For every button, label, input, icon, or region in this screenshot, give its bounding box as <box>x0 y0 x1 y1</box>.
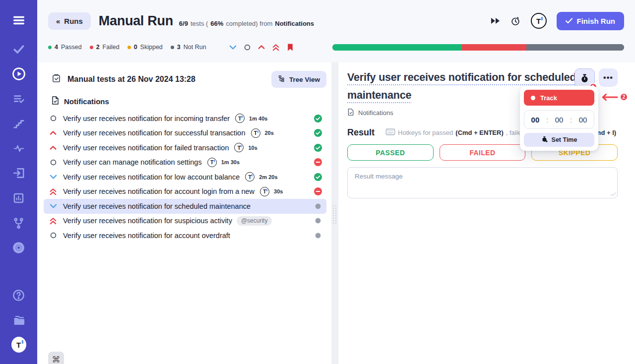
fast-forward-icon[interactable] <box>491 17 500 24</box>
milestones-icon[interactable] <box>11 116 26 131</box>
failed-button[interactable]: FAILED <box>440 144 526 161</box>
set-time-button[interactable]: Set Time <box>524 133 594 147</box>
time-tracking-popup: Track 00 : 00 : 00 Set Time <box>520 86 598 151</box>
file-check-icon <box>347 108 354 118</box>
signin-icon[interactable] <box>11 166 26 181</box>
command-key-icon[interactable]: ⌘ <box>48 352 64 364</box>
test-tag: @security <box>237 216 272 226</box>
test-row[interactable]: Verify user receives notification for ac… <box>44 228 326 243</box>
priority-chevron-down-icon <box>49 174 57 180</box>
test-duration: 2m 20s <box>259 174 277 180</box>
status-notrun-icon <box>314 232 322 240</box>
test-title: Verify user receives notification for su… <box>63 129 246 137</box>
back-to-runs-button[interactable]: « Runs <box>48 12 91 30</box>
status-notrun-icon <box>314 202 322 210</box>
plans-icon[interactable] <box>11 91 26 106</box>
pulse-icon[interactable] <box>11 141 26 156</box>
timer-history-icon[interactable] <box>510 15 521 26</box>
test-row[interactable]: Verify user can manage notification sett… <box>44 155 326 170</box>
status-dot-icon <box>127 46 131 49</box>
test-title: Verify user receives notification for ac… <box>63 187 254 195</box>
topbar: « Runs Manual Run 6/9 tests ( 66% comple… <box>37 0 635 31</box>
status-dot-icon <box>90 46 93 49</box>
status-row: 4Passed2Failed0Skipped3Not Run <box>37 44 635 51</box>
left-arrow-icon <box>600 93 618 101</box>
run-progress-summary: 6/9 tests ( 66% completed) from Notifica… <box>179 15 314 27</box>
priority-double-caret-up-icon <box>49 188 57 195</box>
tests-icon[interactable] <box>11 42 26 57</box>
result-message-input[interactable] <box>347 167 618 198</box>
test-detail-panel: Verify user receives notification for sc… <box>338 62 635 364</box>
hotkey-combo: (Cmd + ENTER) <box>455 129 503 136</box>
files-icon[interactable] <box>11 312 26 327</box>
track-label: Track <box>540 94 557 102</box>
finish-run-button[interactable]: Finish Run <box>557 12 625 30</box>
run-header: Manual tests at 26 Nov 2024 13:28 Tree V… <box>51 69 326 89</box>
count-skipped[interactable]: 0Skipped <box>127 44 163 51</box>
time-input-group: 00 : 00 : 00 <box>524 110 594 129</box>
test-row[interactable]: Verify user receives notification for in… <box>44 111 326 126</box>
seconds-field[interactable]: 00 <box>579 116 587 124</box>
main-content: « Runs Manual Run 6/9 tests ( 66% comple… <box>37 0 635 364</box>
status-dot-icon <box>171 46 174 49</box>
count-failed[interactable]: 2Failed <box>90 44 120 51</box>
hours-field[interactable]: 00 <box>531 116 540 124</box>
tests-fraction: 6/9 <box>179 20 188 27</box>
panel-resize-handle[interactable] <box>331 62 338 364</box>
filter-circle-icon[interactable] <box>244 44 251 51</box>
test-row[interactable]: Verify user receives notification for su… <box>44 126 326 141</box>
more-options-button[interactable]: ••• <box>599 68 618 87</box>
runs-icon[interactable] <box>11 66 26 81</box>
suite-folder-row[interactable]: Notifications <box>51 96 326 107</box>
result-heading: Result <box>347 127 375 138</box>
tests-list: Verify user receives notification for in… <box>44 111 326 243</box>
hotkey-text: Hotkeys for passed <box>398 129 453 136</box>
count-passed[interactable]: 4Passed <box>48 44 82 51</box>
count-not-run[interactable]: 3Not Run <box>171 44 206 51</box>
tree-view-button[interactable]: Tree View <box>271 71 326 88</box>
track-button[interactable]: Track <box>524 90 594 106</box>
status-notrun-icon <box>314 217 322 225</box>
test-row[interactable]: Verify user receives notification for ac… <box>44 184 326 199</box>
app-logo-icon[interactable]: T <box>531 13 547 29</box>
finish-run-label: Finish Run <box>577 17 616 25</box>
minutes-field[interactable]: 00 <box>555 116 564 124</box>
branches-icon[interactable] <box>11 215 26 230</box>
topbar-actions: T Finish Run <box>491 12 625 30</box>
annotation-arrow: 2 <box>600 93 628 101</box>
sidebar-nav: T <box>0 0 37 364</box>
chevrons-left-icon: « <box>56 17 60 25</box>
record-dot-icon <box>531 96 535 100</box>
filter-caret-up-icon[interactable] <box>258 45 265 50</box>
run-progress-bar <box>332 44 624 51</box>
priority-caret-up-icon <box>49 145 57 150</box>
tests-list-panel: Manual tests at 26 Nov 2024 13:28 Tree V… <box>37 62 331 364</box>
source-suite: Notifications <box>275 20 314 27</box>
analytics-icon[interactable] <box>11 190 26 205</box>
test-row[interactable]: Verify user receives notification for fa… <box>44 140 326 155</box>
test-title: Verify user receives notification for fa… <box>63 144 229 152</box>
test-duration: 30s <box>274 188 283 194</box>
filter-bookmark-icon[interactable] <box>287 43 294 52</box>
test-title: Verify user receives notification for su… <box>63 217 232 225</box>
test-row-selected[interactable]: Verify user receives notification for sc… <box>44 199 326 214</box>
settings-icon[interactable] <box>11 240 26 255</box>
test-row[interactable]: Verify user receives notification for su… <box>44 214 326 229</box>
test-row[interactable]: Verify user receives notification for lo… <box>44 170 326 184</box>
page-title: Manual Run <box>99 13 173 29</box>
resize-grip-dots <box>333 205 336 224</box>
priority-circle-icon <box>49 115 57 121</box>
test-title: Verify user receives notification for sc… <box>63 202 251 210</box>
menu-icon[interactable] <box>11 13 26 28</box>
detail-actions: 1 ••• <box>574 68 618 88</box>
passed-button[interactable]: PASSED <box>347 144 434 161</box>
stopwatch-button[interactable]: 1 <box>574 68 595 88</box>
logo-icon[interactable]: T <box>11 337 26 352</box>
filter-double-caret-up-icon[interactable] <box>272 44 279 51</box>
help-icon[interactable] <box>11 288 26 303</box>
priority-circle-icon <box>49 159 57 166</box>
panels: Manual tests at 26 Nov 2024 13:28 Tree V… <box>37 62 635 364</box>
status-passed-icon <box>314 173 322 181</box>
filter-chevron-down-icon[interactable] <box>229 45 237 50</box>
stopwatch-gear-icon <box>541 136 548 144</box>
